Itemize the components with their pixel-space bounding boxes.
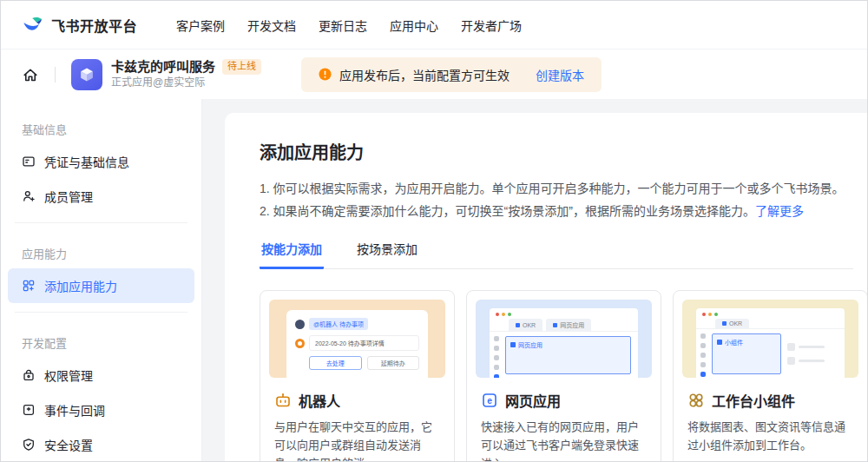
card-robot: @机器人 待办事项 2022-05-20 待办事项详情 去处理 延期待办	[260, 290, 455, 461]
card-description: 将数据图表、图文资讯等信息通过小组件添加到工作台。	[687, 418, 853, 454]
sidebar-item-credentials[interactable]: 凭证与基础信息	[1, 144, 201, 179]
widget-icon	[687, 392, 705, 409]
add-capability-icon	[22, 279, 36, 293]
sidebar-item-add-capability[interactable]: 添加应用能力	[8, 268, 194, 303]
mock-secondary-button: 延期待办	[367, 356, 420, 370]
sidebar-item-label: 凭证与基础信息	[44, 153, 129, 170]
mock-tab-label: OKR	[523, 322, 536, 328]
sidebar-item-members[interactable]: 成员管理	[1, 179, 201, 214]
mock-panel-label: 网页应用	[518, 340, 542, 349]
sidebar-section-capability: 应用能力	[1, 232, 201, 268]
web-app-preview: OKR 网页应用 网页应用	[476, 300, 652, 378]
mock-tab-label: OKR	[729, 320, 742, 327]
create-version-link[interactable]: 创建版本	[536, 66, 584, 83]
sidebar-item-label: 成员管理	[44, 188, 93, 205]
sidebar: 基础信息 凭证与基础信息 成员管理 应用能力	[1, 99, 202, 461]
mock-mention-tag: @机器人 待办事项	[309, 318, 368, 330]
app-name: 卡兹克的呼叫服务	[111, 59, 215, 76]
status-badge: 待上线	[222, 59, 261, 74]
content-panel: 添加应用能力 1. 你可以根据实际需求，为应用开启能力。单个应用可开启多种能力，…	[225, 113, 867, 461]
id-card-icon	[22, 155, 36, 168]
warning-icon	[319, 68, 332, 81]
header-divider	[55, 67, 56, 82]
browser-mockup: OKR 小组件	[696, 308, 845, 378]
sidebar-divider	[15, 222, 187, 223]
event-callback-icon	[22, 403, 36, 417]
page-title: 添加应用能力	[260, 139, 853, 164]
description-line-1: 1. 你可以根据实际需求，为应用开启能力。单个应用可开启多种能力，一个能力可用于…	[260, 177, 853, 200]
card-web-app: OKR 网页应用 网页应用	[466, 290, 661, 461]
sidebar-divider	[15, 312, 187, 313]
nav-item-dev-docs[interactable]: 开发文档	[236, 16, 307, 34]
card-widget: OKR 小组件	[673, 290, 867, 461]
banner-text: 应用发布后，当前配置方可生效	[339, 66, 510, 83]
page-description: 1. 你可以根据实际需求，为应用开启能力。单个应用可开启多种能力，一个能力可用于…	[260, 177, 853, 222]
widget-preview: OKR 小组件	[682, 300, 858, 378]
shield-check-icon	[22, 438, 36, 452]
top-navbar: 飞书开放平台 客户案例 开发文档 更新日志 应用中心 开发者广场	[1, 1, 867, 50]
member-add-icon	[22, 189, 36, 203]
sidebar-item-security[interactable]: 安全设置	[1, 427, 201, 461]
capability-cards: @机器人 待办事项 2022-05-20 待办事项详情 去处理 延期待办	[260, 290, 853, 461]
sidebar-section-dev-config: 开发配置	[1, 321, 201, 358]
robot-icon	[274, 392, 292, 409]
robot-chat-mockup: @机器人 待办事项 2022-05-20 待办事项详情 去处理 延期待办	[286, 310, 428, 378]
capability-tabs: 按能力添加 按场景添加	[260, 240, 853, 269]
sidebar-item-events[interactable]: 事件与回调	[1, 393, 201, 427]
card-title: 机器人	[299, 390, 340, 411]
robot-preview: @机器人 待办事项 2022-05-20 待办事项详情 去处理 延期待办	[269, 300, 445, 378]
nav-item-developer-plaza[interactable]: 开发者广场	[450, 16, 533, 34]
lock-icon	[22, 368, 36, 382]
sidebar-section-basic-info: 基础信息	[1, 108, 201, 144]
mock-tab-label: 网页应用	[560, 320, 584, 329]
mock-bot-avatar	[295, 339, 305, 348]
nav-item-changelog[interactable]: 更新日志	[307, 16, 378, 34]
feishu-open-platform-console: 飞书开放平台 客户案例 开发文档 更新日志 应用中心 开发者广场 卡兹克	[0, 0, 868, 462]
app-header-bar: 卡兹克的呼叫服务 待上线 正式应用@虚实空际 应用发布后，当前配置方可生效 创建…	[1, 50, 867, 99]
sidebar-item-label: 权限管理	[44, 366, 93, 384]
mock-todo-detail: 2022-05-20 待办事项详情	[309, 335, 419, 351]
card-title: 工作台小组件	[712, 390, 795, 411]
feishu-brand[interactable]: 飞书开放平台	[22, 14, 137, 36]
app-meta: 卡兹克的呼叫服务 待上线 正式应用@虚实空际	[111, 59, 261, 90]
feishu-logo-icon	[22, 14, 44, 36]
top-nav-menu: 客户案例 开发文档 更新日志 应用中心 开发者广场	[165, 16, 533, 34]
app-avatar	[71, 59, 102, 90]
publish-warning-banner: 应用发布后，当前配置方可生效 创建版本	[301, 57, 602, 92]
card-title: 网页应用	[505, 390, 561, 411]
tab-by-scene[interactable]: 按场景添加	[355, 240, 419, 269]
card-description: 与用户在聊天中交互的应用，它可以向用户或群组自动发送消息，响应用户的消...	[274, 418, 440, 461]
mock-primary-button: 去处理	[309, 356, 362, 370]
cube-icon	[77, 65, 96, 84]
home-icon[interactable]	[22, 66, 39, 83]
description-line-2: 2. 如果尚不确定需要添加什么能力，可切换至“按场景添加”，根据所需的业务场景选…	[260, 200, 853, 222]
workspace: 基础信息 凭证与基础信息 成员管理 应用能力	[1, 99, 867, 461]
nav-item-customer-cases[interactable]: 客户案例	[165, 16, 236, 34]
description-line-2-text: 2. 如果尚不确定需要添加什么能力，可切换至“按场景添加”，根据所需的业务场景选…	[260, 204, 755, 218]
mock-avatar	[295, 320, 305, 329]
sidebar-item-label: 事件与回调	[44, 401, 105, 419]
browser-mockup: OKR 网页应用 网页应用	[490, 308, 638, 378]
tab-by-capability[interactable]: 按能力添加	[260, 240, 324, 269]
brand-title: 飞书开放平台	[51, 15, 137, 36]
sidebar-item-permissions[interactable]: 权限管理	[1, 358, 201, 393]
web-app-icon: e	[481, 392, 498, 409]
card-description: 快速接入已有的网页应用，用户可以通过飞书客户端免登录快速进入。	[481, 418, 647, 461]
nav-item-app-center[interactable]: 应用中心	[378, 16, 450, 34]
sidebar-item-label: 安全设置	[44, 436, 93, 453]
mock-panel-label: 小组件	[725, 338, 743, 346]
sidebar-item-label: 添加应用能力	[44, 277, 117, 294]
main-area: 添加应用能力 1. 你可以根据实际需求，为应用开启能力。单个应用可开启多种能力，…	[202, 99, 867, 461]
learn-more-link[interactable]: 了解更多	[755, 204, 804, 218]
svg-text:e: e	[487, 396, 492, 406]
app-subtitle: 正式应用@虚实空际	[111, 76, 261, 89]
